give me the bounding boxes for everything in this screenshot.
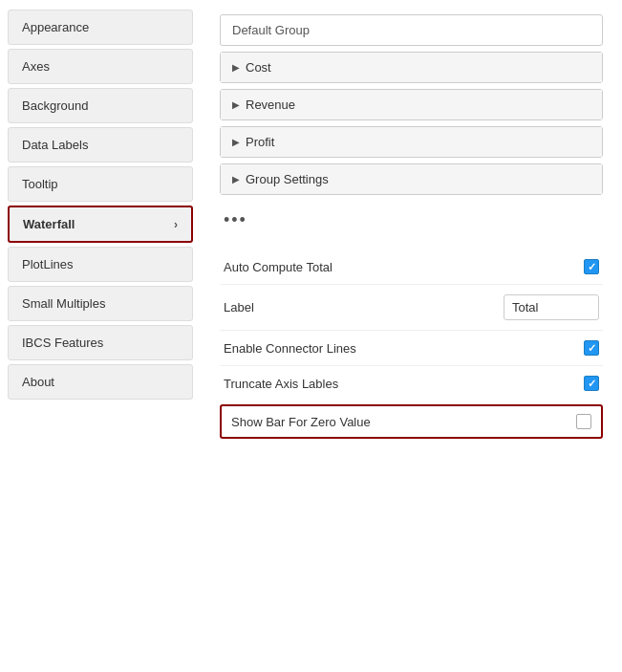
sidebar-item-data-labels[interactable]: Data Labels (8, 127, 193, 163)
sidebar-item-label-axes: Axes (22, 59, 50, 74)
sidebar-item-label-data-labels: Data Labels (22, 138, 88, 152)
checkbox-truncate-axis-lables[interactable] (584, 376, 599, 391)
triangle-icon: ▶ (232, 62, 240, 73)
sidebar-item-label-appearance: Appearance (22, 20, 89, 34)
triangle-icon: ▶ (232, 99, 240, 110)
setting-row-label: Label (220, 285, 603, 331)
show-bar-row[interactable]: Show Bar For Zero Value (220, 404, 603, 439)
sidebar-item-about[interactable]: About (8, 364, 193, 400)
group-label-cost: Cost (246, 60, 271, 75)
sidebar: AppearanceAxesBackgroundData LabelsToolt… (0, 0, 201, 672)
settings-section: Auto Compute TotalLabelEnable Connector … (220, 249, 603, 401)
sidebar-item-tooltip[interactable]: Tooltip (8, 166, 193, 202)
sidebar-item-background[interactable]: Background (8, 88, 193, 123)
dots-row: ••• (220, 201, 603, 240)
group-header-cost[interactable]: ▶Cost (221, 53, 602, 82)
groups-container: ▶Cost▶Revenue▶Profit▶Group Settings (220, 52, 603, 195)
sidebar-item-label-background: Background (22, 98, 88, 113)
sidebar-item-axes[interactable]: Axes (8, 49, 193, 84)
group-box-group-settings[interactable]: ▶Group Settings (220, 163, 603, 195)
show-bar-label: Show Bar For Zero Value (231, 415, 371, 429)
sidebar-item-label-plotlines: PlotLines (22, 257, 73, 271)
sidebar-item-label-ibcs-features: IBCS Features (22, 336, 103, 350)
setting-row-auto-compute-total: Auto Compute Total (220, 249, 603, 285)
setting-row-truncate-axis-lables: Truncate Axis Lables (220, 366, 603, 401)
setting-label-enable-connector-lines: Enable Connector Lines (224, 341, 356, 356)
group-header-revenue[interactable]: ▶Revenue (221, 90, 602, 119)
default-group-label: Default Group (220, 14, 603, 46)
sidebar-item-appearance[interactable]: Appearance (8, 10, 193, 45)
setting-row-enable-connector-lines: Enable Connector Lines (220, 331, 603, 366)
group-header-profit[interactable]: ▶Profit (221, 127, 602, 157)
group-header-group-settings[interactable]: ▶Group Settings (221, 164, 602, 194)
main-content: Default Group ▶Cost▶Revenue▶Profit▶Group… (201, 0, 622, 672)
sidebar-item-ibcs-features[interactable]: IBCS Features (8, 325, 193, 360)
chevron-right-icon: › (174, 218, 178, 231)
setting-label-label: Label (224, 300, 254, 314)
group-box-cost[interactable]: ▶Cost (220, 52, 603, 83)
setting-label-truncate-axis-lables: Truncate Axis Lables (224, 377, 338, 391)
sidebar-item-label-waterfall: Waterfall (23, 217, 75, 231)
group-label-profit: Profit (246, 135, 274, 149)
sidebar-item-plotlines[interactable]: PlotLines (8, 247, 193, 282)
checkbox-auto-compute-total[interactable] (584, 259, 599, 274)
checkbox-enable-connector-lines[interactable] (584, 340, 599, 356)
group-label-revenue: Revenue (246, 98, 295, 112)
sidebar-item-waterfall[interactable]: Waterfall› (8, 206, 193, 243)
group-box-revenue[interactable]: ▶Revenue (220, 89, 603, 120)
setting-label-auto-compute-total: Auto Compute Total (224, 260, 332, 274)
triangle-icon: ▶ (232, 137, 240, 147)
triangle-icon: ▶ (232, 174, 240, 184)
sidebar-item-label-small-multiples: Small Multiples (22, 296, 105, 311)
sidebar-item-label-about: About (22, 375, 54, 389)
input-label[interactable] (504, 294, 599, 320)
group-box-profit[interactable]: ▶Profit (220, 126, 603, 158)
sidebar-item-label-tooltip: Tooltip (22, 177, 58, 191)
sidebar-item-small-multiples[interactable]: Small Multiples (8, 286, 193, 321)
group-label-group-settings: Group Settings (246, 172, 329, 186)
show-bar-checkbox[interactable] (576, 414, 591, 429)
